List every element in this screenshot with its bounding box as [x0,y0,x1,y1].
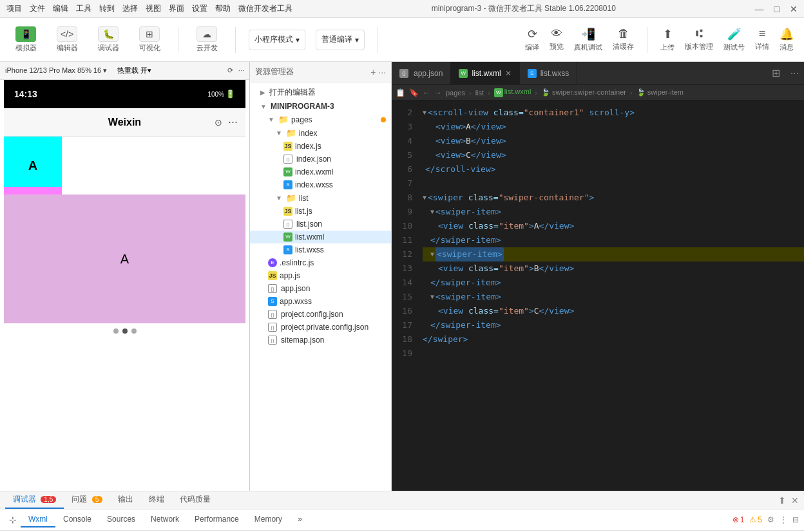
tab-codequality[interactable]: 代码质量 [172,491,218,509]
code-content[interactable]: ▼ <scroll-view class="container1" scroll… [417,100,804,491]
fold-icon[interactable]: ▼ [430,247,434,261]
new-folder-icon[interactable]: ··· [378,67,386,77]
maximize-panel-icon[interactable]: ⬆ [778,495,786,506]
hotreload-toggle[interactable]: 热重载 开▾ [117,66,151,75]
maximize-button[interactable]: □ [774,4,780,14]
select-element-icon[interactable]: ⊹ [5,515,21,525]
file-app-js[interactable]: JS app.js [250,269,391,282]
menu-item-select[interactable]: 选择 [122,3,138,14]
file-eslint[interactable]: E .eslintrc.js [250,256,391,269]
realtest-button[interactable]: 📲 真机调试 [574,27,602,53]
menu-item-goto[interactable]: 转到 [99,3,115,14]
wxml-tab-icon: W [459,69,468,78]
file-index-js[interactable]: JS index.js [250,140,391,153]
file-index-json[interactable]: {} index.json [250,153,391,166]
refresh-icon[interactable]: ⟳ [227,66,233,75]
file-project-config[interactable]: {} project.config.json [250,308,391,321]
file-app-json[interactable]: {} app.json [250,282,391,295]
code-line-4: <view>B</view> [423,134,804,148]
project-name[interactable]: ▼ MINIPROGRAM-3 [250,100,391,113]
index-js-label: index.js [295,142,321,151]
test-button[interactable]: 🧪 测试号 [723,27,745,53]
clearcache-button[interactable]: 🗑 清缓存 [613,27,634,53]
separator-4 [647,27,647,53]
tab-debugger[interactable]: 调试器 1,5 [5,491,64,509]
editor-button[interactable]: </> 编辑器 [52,26,82,53]
devtools-tab-memory[interactable]: Memory [247,512,290,527]
menu-item-interface[interactable]: 界面 [169,3,184,14]
detail-button[interactable]: ≡ 详情 [755,27,769,53]
fold-icon[interactable]: ▼ [423,106,426,120]
devtools-dock-icon[interactable]: ⊟ [792,515,799,524]
menu-item-edit[interactable]: 编辑 [53,3,68,14]
more-tabs-button[interactable]: ··· [785,68,804,79]
tab-list-wxml[interactable]: W list.wxml ✕ [451,62,519,85]
new-file-icon[interactable]: + [370,67,376,77]
fold-icon[interactable]: ▼ [430,290,434,304]
back-icon[interactable]: ← [423,88,430,97]
tab-close-button[interactable]: ✕ [505,69,512,78]
upload-button[interactable]: ⬆ 上传 [660,27,675,53]
devtools-tab-more[interactable]: » [290,512,310,527]
code-editor[interactable]: 2 3 4 5 6 7 8 9 10 11 12 13 14 15 16 17 … [392,100,804,491]
file-list-wxss[interactable]: S list.wxss [250,243,391,256]
compile-button[interactable]: ⟳ 编译 [525,27,539,53]
file-sitemap[interactable]: {} sitemap.json [250,334,391,347]
mode-dropdown[interactable]: 小程序模式 ▾ [249,30,305,50]
minimize-button[interactable]: — [755,4,764,14]
menu-item-help[interactable]: 帮助 [215,3,231,14]
file-list-js[interactable]: JS list.js [250,205,391,218]
menu-item-project[interactable]: 项目 [6,3,22,14]
cloud-button[interactable]: ☁ 云开发 [191,26,222,53]
forward-icon[interactable]: → [434,88,442,97]
folder-pages[interactable]: ▼ 📁 pages [250,113,391,126]
fold-icon[interactable]: ▼ [423,191,426,205]
visible-button[interactable]: ⊞ 可视化 [134,26,165,53]
version-button[interactable]: ⑆ 版本管理 [685,27,713,53]
tab-issues[interactable]: 问题 5 [64,491,110,509]
json-file-icon: {} [268,310,277,319]
menu-item-wx[interactable]: 微信开发者工具 [238,3,292,14]
close-panel-icon[interactable]: ✕ [791,495,799,506]
notify-button[interactable]: 🔔 消息 [780,27,794,53]
split-editor-button[interactable]: ⊞ [767,67,785,79]
file-list-json[interactable]: {} list.json [250,218,391,231]
tab-output[interactable]: 输出 [110,491,141,509]
devtools-tab-performance[interactable]: Performance [187,512,247,527]
folder-index[interactable]: ▼ 📁 index [250,126,391,140]
menu-item-file[interactable]: 文件 [30,3,45,14]
tab-app-json[interactable]: {} app.json [392,62,451,85]
file-project-private-config[interactable]: {} project.private.config.json [250,321,391,334]
compile-dropdown[interactable]: 普通编译 ▾ [316,30,365,50]
menu-bar[interactable]: 项目 文件 编辑 工具 转到 选择 视图 界面 设置 帮助 微信开发者工具 [6,3,292,14]
devtools-more-icon[interactable]: ⋮ [780,515,787,524]
menu-item-settings[interactable]: 设置 [192,3,207,14]
devtools-tab-sources[interactable]: Sources [99,512,143,527]
file-index-wxss[interactable]: S index.wxss [250,178,391,191]
tab-list-wxss[interactable]: S list.wxss [520,62,578,85]
devtools-tab-console[interactable]: Console [55,512,99,527]
breadcrumb-file: Wlist.wxml [494,88,531,97]
folder-list[interactable]: ▼ 📁 list [250,191,391,205]
device-selector[interactable]: iPhone 12/13 Pro Max 85% 16 ▾ [5,66,107,75]
file-list-wxml[interactable]: W list.wxml [250,231,391,243]
simulator-button[interactable]: 📱 模拟器 [10,26,41,53]
devtools-tab-wxml[interactable]: Wxml [21,512,55,527]
preview-button[interactable]: 👁 预览 [550,27,564,53]
window-controls[interactable]: — □ ✕ [755,4,798,14]
devtools-tab-network[interactable]: Network [143,512,187,527]
menu-item-view[interactable]: 视图 [146,3,161,14]
fold-icon[interactable]: ▼ [430,205,434,219]
debugger-button[interactable]: 🐛 调试器 [93,26,124,53]
file-app-wxss[interactable]: S app.wxss [250,295,391,308]
editor-tabs: {} app.json W list.wxml ✕ S list.wxss ⊞ … [392,62,804,85]
tab-terminal[interactable]: 终端 [141,491,172,509]
devtools-settings-icon[interactable]: ⚙ [767,515,774,524]
menu-item-tool[interactable]: 工具 [76,3,91,14]
realtest-icon: 📲 [581,27,595,41]
close-button[interactable]: ✕ [790,4,798,14]
purple-block-label: A [120,252,129,267]
file-index-wxml[interactable]: W index.wxml [250,166,391,178]
more-icon[interactable]: ··· [238,66,244,75]
opened-editors-section[interactable]: ▶ 打开的编辑器 [250,85,391,100]
